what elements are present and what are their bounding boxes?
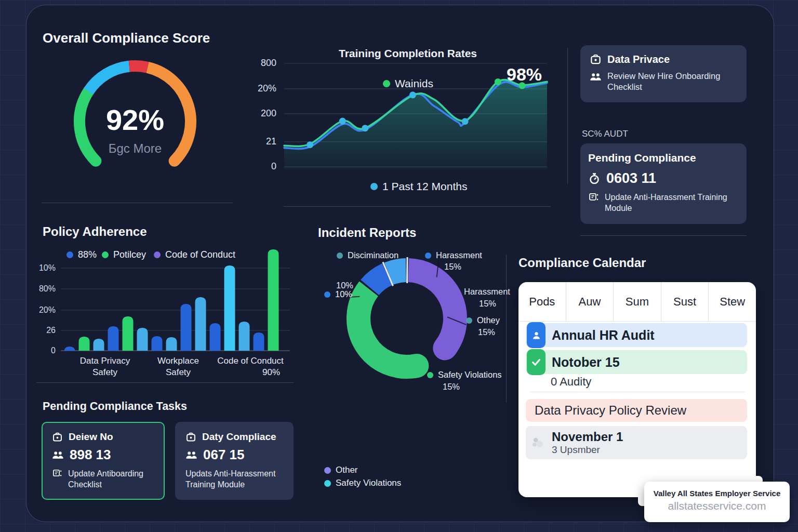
training-bottom-legend-label: 1 Past 12 Months <box>382 180 467 193</box>
donut-pct: 15% <box>479 299 496 309</box>
y-tick: 10% <box>32 263 56 273</box>
tab-auw[interactable]: Auw <box>566 282 614 321</box>
calendar-section-title: Compliance Calendar <box>518 256 646 270</box>
donut-label-left-pct: 10% <box>324 289 352 299</box>
y-tick: 200 <box>250 108 276 119</box>
event-title: Annual HR Audit <box>552 328 655 343</box>
legend-dot <box>370 183 378 190</box>
stopwatch-icon <box>588 172 601 185</box>
task-card-1[interactable]: Deiew No 898 13 Update Antiboarding Chec… <box>42 422 165 500</box>
calendar-tabs: Pods Auw Sum Sust Stew <box>518 282 756 322</box>
calendar-event-annual-hr-audit[interactable]: Annual HR Audit <box>526 323 747 347</box>
calendar-card: Pods Auw Sum Sust Stew <box>518 282 756 497</box>
tab-stew[interactable]: Stew <box>709 282 756 321</box>
x-axis-label: Code of Conduct90% <box>211 355 289 378</box>
legend-dot <box>425 252 431 259</box>
donut-label-discrimination: Discimination <box>337 250 398 260</box>
data-privacy-card[interactable]: Data Privace Review New Hire Onboarding … <box>580 45 747 102</box>
training-bottom-legend: 1 Past 12 Months <box>370 180 467 193</box>
people-icon <box>52 449 64 461</box>
module-icon <box>588 192 599 203</box>
divider <box>567 48 568 184</box>
task-value: 067 15 <box>203 447 245 463</box>
card-subtitle: Update Anti-Harassment Training Module <box>605 192 739 214</box>
task-card-2[interactable]: Daty Compliace 067 15 Updats Anti-Harass… <box>175 422 294 500</box>
donut-label-other: Othey <box>466 315 500 325</box>
tasks-section-title: Pending Compliance Tasks <box>43 400 187 413</box>
x-axis-label: WorkplaceSafety <box>139 355 217 378</box>
event-title: November 1 <box>552 430 623 444</box>
legend-label: Code of Conduct <box>165 249 235 260</box>
task-title: Deiew No <box>69 431 113 443</box>
policy-legend-item: Potilcey <box>102 249 146 260</box>
incidents-bottom-legend-safety: Safety Violations <box>324 478 401 488</box>
briefcase-icon <box>185 432 196 443</box>
donut-label-harassment-top: Harassment <box>425 250 482 260</box>
donut-label-harassment-right: Harassment <box>464 287 510 297</box>
footer-brand-url[interactable]: allstatesservice.com <box>644 500 790 512</box>
legend-label: Potilcey <box>113 249 146 260</box>
y-tick: 800 <box>250 58 276 69</box>
legend-dot <box>102 251 109 258</box>
legend-dot <box>427 372 433 378</box>
cluster-icon <box>530 435 546 450</box>
pending-compliance-card[interactable]: Pending Compliance 0603 11 Update Anti-H… <box>580 143 747 224</box>
divider <box>580 235 747 236</box>
training-legend: Wainids <box>383 77 433 90</box>
event-title: Notober 15 <box>552 355 620 370</box>
legend-dot <box>154 251 161 258</box>
y-tick: 0 <box>250 161 276 172</box>
divider <box>283 206 551 207</box>
calendar-event-notober-15[interactable]: Notober 15 <box>526 350 747 374</box>
gauge-section-title: Overall Compliance Score <box>43 30 210 46</box>
y-tick: 20% <box>32 305 56 315</box>
divider <box>530 392 745 392</box>
people-icon <box>590 71 602 83</box>
divider <box>42 203 233 203</box>
legend-dot <box>324 467 331 474</box>
legend-dot <box>383 80 390 87</box>
donut-pct: 15% <box>443 382 460 392</box>
divider <box>36 382 294 383</box>
calendar-event-november-1[interactable]: November 1 3 Upsmber <box>526 426 747 459</box>
y-tick: 21 <box>250 136 276 147</box>
tab-pods[interactable]: Pods <box>518 282 566 321</box>
legend-dot <box>324 291 330 298</box>
card-title: Pending Compliance <box>588 152 739 164</box>
card-subtitle: Review New Hire Onboarding Checklist <box>607 71 737 92</box>
policy-section-title: Policy Adherence <box>43 224 147 239</box>
legend-dot <box>324 480 331 487</box>
x-axis-label: Data PrivacySafety <box>66 355 144 378</box>
training-legend-label: Wainids <box>395 77 433 90</box>
gauge-subtitle: Бgc More <box>83 141 187 156</box>
gauge-value: 92% <box>83 103 187 137</box>
donut-label-safety: Safety Violations <box>427 370 502 380</box>
y-tick: 0 <box>32 346 56 355</box>
calendar-event-data-privacy-review[interactable]: Data Privacy Policy Review <box>526 399 747 422</box>
training-chart-title: Training Completion Rates <box>288 47 527 60</box>
donut-pct: 15% <box>478 327 495 337</box>
audit-label: SC% AUDT <box>582 129 628 139</box>
training-annotation: 98% <box>507 64 542 85</box>
task-subtitle: Update Antiboarding Checklist <box>68 468 154 490</box>
check-icon <box>527 349 546 375</box>
event-subtitle: 3 Upsmber <box>552 444 623 456</box>
policy-legend-item: 88% <box>66 249 97 260</box>
task-subtitle: Updats Anti-Harassment Training Module <box>185 468 283 490</box>
incidents-section-title: Incident Reports <box>318 225 416 240</box>
module-icon <box>52 468 62 478</box>
tab-sust[interactable]: Sust <box>661 282 709 321</box>
briefcase-icon <box>590 54 602 65</box>
divider <box>506 255 507 403</box>
donut-pct: 15% <box>444 262 461 272</box>
task-value: 898 13 <box>70 447 111 463</box>
incidents-bottom-legend-other: Other <box>324 465 358 475</box>
footer-brand-title: Valley All States Employer Service <box>644 489 790 498</box>
person-icon <box>527 322 546 348</box>
legend-dot <box>337 252 343 259</box>
task-title: Daty Compliace <box>202 431 276 443</box>
legend-dot <box>66 251 73 258</box>
policy-bar-chart <box>60 261 291 353</box>
tab-sum[interactable]: Sum <box>614 282 661 321</box>
policy-legend-item: Code of Conduct <box>154 249 235 260</box>
